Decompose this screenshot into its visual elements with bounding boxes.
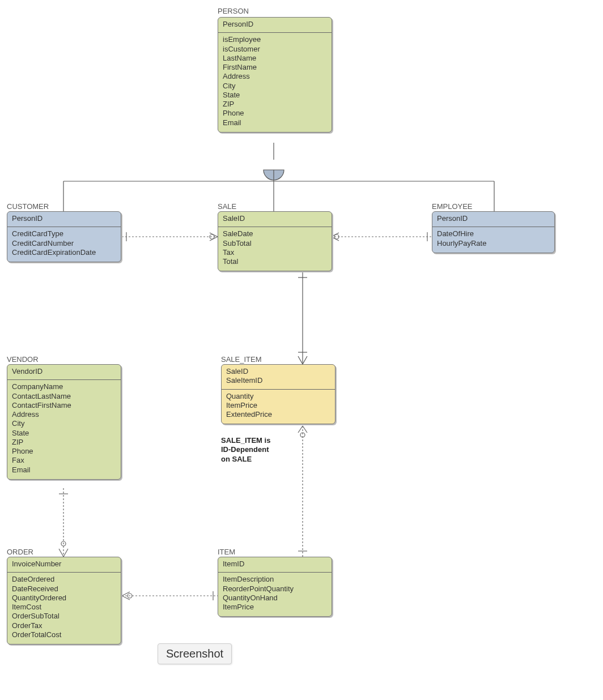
entity-order-keys: InvoiceNumber	[7, 557, 121, 573]
entity-sale-attrs: SaleDate SubTotal Tax Total	[218, 227, 332, 271]
attr-line: State	[12, 429, 116, 438]
svg-line-30	[63, 549, 68, 557]
attr-line: ItemCost	[12, 603, 116, 612]
entity-vendor-keys: VendorID	[7, 365, 121, 380]
attr-line: CreditCardNumber	[12, 239, 116, 248]
entity-sale-item-keys: SaleID SaleItemID	[222, 365, 335, 390]
attr-line: HourlyPayRate	[437, 239, 550, 248]
key-line: VendorID	[12, 367, 116, 376]
svg-point-28	[61, 541, 66, 546]
entity-customer-keys: PersonID	[7, 212, 121, 227]
note-line: on SALE	[221, 455, 270, 464]
key-line: SaleItemID	[226, 376, 330, 385]
entity-customer-attrs: CreditCardType CreditCardNumber CreditCa…	[7, 227, 121, 262]
attr-line: FirstName	[223, 63, 327, 72]
entity-sale-item-attrs: Quantity ItemPrice ExtentedPrice	[222, 390, 335, 424]
entity-employee: PersonID DateOfHire HourlyPayRate	[432, 211, 555, 253]
svg-point-8	[210, 234, 214, 239]
attr-line: ExtentedPrice	[226, 410, 330, 419]
attr-line: OrderSubTotal	[12, 612, 116, 621]
key-line: SaleID	[226, 367, 330, 376]
attr-line: QuantityOnHand	[223, 594, 327, 603]
svg-line-9	[210, 233, 218, 237]
attr-line: Tax	[223, 248, 327, 257]
attr-line: OrderTax	[12, 621, 116, 630]
svg-line-14	[331, 237, 339, 241]
key-line: SaleID	[223, 214, 327, 223]
attr-line: ReorderPointQuantity	[223, 584, 327, 594]
svg-point-32	[128, 594, 132, 598]
attr-line: isCustomer	[223, 45, 327, 54]
entity-person-keys: PersonID	[218, 18, 332, 33]
attr-line: SaleDate	[223, 229, 327, 238]
attr-line: LastName	[223, 54, 327, 63]
attr-line: ItemPrice	[226, 401, 330, 410]
svg-line-33	[122, 592, 130, 596]
attr-line: ItemPrice	[223, 603, 327, 612]
entity-item-attrs: ItemDescription ReorderPointQuantity Qua…	[218, 573, 332, 616]
attr-line: ContactFirstName	[12, 401, 116, 410]
attr-line: CreditCardExpirationDate	[12, 248, 116, 257]
key-line: ItemID	[223, 560, 327, 569]
attr-line: CompanyName	[12, 382, 116, 391]
entity-sale-keys: SaleID	[218, 212, 332, 227]
entity-sale-item: SaleID SaleItemID Quantity ItemPrice Ext…	[221, 364, 336, 424]
key-line: PersonID	[223, 20, 327, 29]
attr-line: City	[12, 419, 116, 428]
entity-label-customer: CUSTOMER	[7, 202, 49, 211]
entity-employee-keys: PersonID	[432, 212, 554, 227]
note-line: ID-Dependent	[221, 445, 270, 454]
entity-customer: PersonID CreditCardType CreditCardNumber…	[7, 211, 121, 262]
svg-line-10	[210, 237, 218, 241]
entity-item-keys: ItemID	[218, 557, 332, 573]
entity-employee-attrs: DateOfHire HourlyPayRate	[432, 227, 554, 253]
entity-order-attrs: DateOrdered DateReceived QuantityOrdered…	[7, 573, 121, 644]
entity-label-sale: SALE	[218, 202, 236, 211]
attr-line: Email	[223, 118, 327, 127]
entity-item: ItemID ItemDescription ReorderPointQuant…	[218, 557, 332, 617]
attr-line: ZIP	[223, 100, 327, 109]
entity-label-item: ITEM	[218, 548, 235, 556]
attr-line: Total	[223, 257, 327, 266]
entity-label-order: ORDER	[7, 548, 33, 556]
note-line: SALE_ITEM is	[221, 436, 270, 445]
entity-person-attrs: isEmployee isCustomer LastName FirstName…	[218, 33, 332, 132]
attr-line: Address	[223, 72, 327, 81]
svg-point-22	[300, 433, 305, 437]
sale-item-note: SALE_ITEM is ID-Dependent on SALE	[221, 436, 270, 464]
attr-line: SubTotal	[223, 239, 327, 248]
entity-label-person: PERSON	[218, 7, 249, 15]
attr-line: Quantity	[226, 392, 330, 401]
tooltip-screenshot: Screenshot	[158, 643, 232, 664]
svg-line-13	[331, 233, 339, 237]
attr-line: Phone	[12, 447, 116, 456]
attr-line: ZIP	[12, 438, 116, 447]
supertype-symbol	[264, 170, 284, 180]
er-diagram-canvas: PERSON PersonID isEmployee isCustomer La…	[0, 0, 603, 700]
svg-line-34	[122, 596, 130, 600]
entity-order: InvoiceNumber DateOrdered DateReceived Q…	[7, 557, 121, 644]
key-line: PersonID	[437, 214, 550, 223]
svg-line-19	[303, 356, 307, 364]
attr-line: ItemDescription	[223, 575, 327, 584]
svg-point-12	[334, 234, 339, 239]
attr-line: CreditCardType	[12, 229, 116, 238]
attr-line: State	[223, 91, 327, 100]
attr-line: DateOfHire	[437, 229, 550, 238]
attr-line: OrderTotalCost	[12, 630, 116, 639]
attr-line: Fax	[12, 456, 116, 465]
attr-line: ContactLastName	[12, 392, 116, 401]
entity-person: PersonID isEmployee isCustomer LastName …	[218, 17, 332, 133]
attr-line: Phone	[223, 109, 327, 118]
entity-label-employee: EMPLOYEE	[432, 202, 473, 211]
attr-line: QuantityOrdered	[12, 594, 116, 603]
entity-sale: SaleID SaleDate SubTotal Tax Total	[218, 211, 332, 271]
key-line: InvoiceNumber	[12, 560, 116, 569]
attr-line: City	[223, 82, 327, 91]
svg-line-23	[298, 426, 303, 433]
entity-label-sale-item: SALE_ITEM	[221, 355, 262, 364]
entity-vendor-attrs: CompanyName ContactLastName ContactFirst…	[7, 380, 121, 479]
svg-line-24	[303, 426, 307, 433]
entity-vendor: VendorID CompanyName ContactLastName Con…	[7, 364, 121, 480]
attr-line: isEmployee	[223, 35, 327, 44]
